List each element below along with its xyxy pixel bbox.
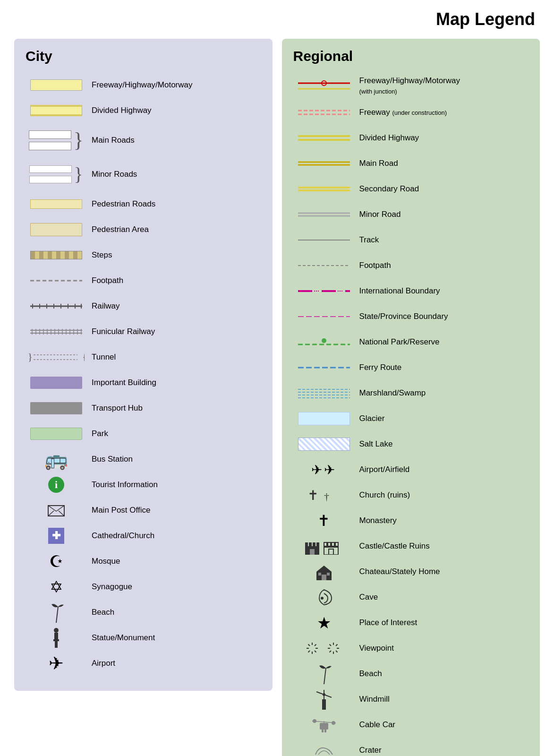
svg-line-104 (324, 668, 326, 684)
list-item: Main Post Office (26, 498, 261, 523)
reg-monastery-symbol: ✝ (293, 512, 355, 530)
tunnel-label: Tunnel (87, 352, 116, 362)
divided-highway-label: Divided Highway (87, 105, 152, 116)
svg-text:}: } (82, 352, 85, 362)
list-item: Pedestrian Area (26, 217, 261, 242)
reg-freeway-construction-symbol (293, 108, 355, 117)
funicular-label: Funicular Railway (87, 326, 155, 337)
list-item: Viewpoint (293, 636, 529, 661)
svg-point-36 (54, 628, 59, 633)
star-icon: ★ (317, 613, 331, 632)
svg-line-95 (308, 644, 310, 646)
svg-text:†: † (324, 490, 329, 502)
svg-point-115 (313, 719, 316, 723)
church-ruins-icon: ✝ † (307, 487, 341, 504)
chateau-icon (315, 563, 333, 580)
svg-line-103 (329, 644, 331, 646)
reg-intl-boundary-label: International Boundary (355, 286, 440, 296)
cathedral-icon: ✚ (48, 528, 64, 544)
list-item: ✡ Synagogue (26, 575, 261, 599)
list-item: Beach (26, 600, 261, 625)
bus-icon: 🚌 (44, 448, 68, 471)
list-item: } Minor Roads (26, 158, 261, 191)
list-item: ✈✈ Airport/Airfield (293, 457, 529, 482)
envelope-icon (47, 504, 65, 517)
reg-cave-symbol (293, 589, 355, 606)
regional-header: Regional (293, 48, 529, 64)
reg-church-symbol: ✝ † (293, 487, 355, 504)
reg-castle-symbol (293, 538, 355, 555)
beach-palm-icon (47, 602, 66, 623)
reg-state-boundary-symbol (293, 314, 355, 319)
windmill-icon (315, 689, 333, 710)
svg-rect-113 (322, 730, 324, 732)
svg-line-101 (329, 651, 331, 653)
cross-icon: ✝ (317, 512, 330, 530)
reg-airport-symbol: ✈✈ (293, 462, 355, 478)
bus-station-symbol: 🚌 (26, 448, 87, 471)
footpath-symbol (26, 278, 87, 283)
reg-chateau-label: Chateau/Stately Home (355, 567, 440, 577)
reg-main-road-label: Main Road (355, 158, 398, 169)
reg-marsh-symbol (293, 387, 355, 400)
svg-line-31 (48, 506, 56, 511)
saltlake-icon (298, 438, 350, 451)
reg-glacier-symbol (293, 412, 355, 425)
main-roads-symbol: } (26, 130, 87, 150)
list-item: Funicular Railway (26, 319, 261, 344)
airplane-icon: ✈ (49, 653, 64, 674)
steps-symbol (26, 251, 87, 259)
castle-icon (305, 538, 343, 555)
list-item: Salt Lake (293, 432, 529, 456)
list-item: Crater (293, 738, 529, 756)
city-header: City (26, 48, 261, 64)
funicular-symbol (26, 328, 87, 335)
reg-main-road-symbol (293, 160, 355, 167)
star-of-david-icon: ✡ (50, 577, 63, 596)
reg-beach-label: Beach (355, 669, 382, 679)
svg-point-61 (322, 338, 326, 343)
cathedral-symbol: ✚ (26, 528, 87, 544)
post-office-symbol (26, 504, 87, 517)
reg-state-boundary-label: State/Province Boundary (355, 311, 448, 322)
pedestrian-area-label: Pedestrian Area (87, 224, 149, 235)
reg-saltlake-label: Salt Lake (355, 439, 393, 449)
viewpoint-icon (305, 640, 343, 657)
reg-freeway-symbol (293, 79, 355, 93)
city-column: City Freeway/Highway/Motorway Divided Hi… (14, 39, 273, 691)
list-item: International Boundary (293, 279, 529, 303)
important-building-symbol (26, 377, 87, 389)
svg-rect-86 (327, 573, 330, 576)
info-icon: i (48, 477, 64, 493)
list-item: Cable Car (293, 713, 529, 737)
crater-icon (314, 743, 334, 756)
list-item: ✝ Monastery (293, 508, 529, 533)
regional-column: Regional Freeway/Highway/Motorway(with j… (282, 39, 540, 756)
list-item: Footpath (26, 268, 261, 293)
svg-rect-37 (54, 633, 58, 639)
svg-line-89 (315, 644, 316, 646)
svg-line-34 (59, 511, 64, 516)
reg-marsh-label: Marshland/Swamp (355, 388, 426, 398)
svg-line-99 (336, 651, 338, 653)
reg-monastery-label: Monastery (355, 515, 397, 526)
list-item: ✝ † Church (ruins) (293, 483, 529, 507)
svg-rect-73 (313, 542, 315, 547)
road-freeway-label: Freeway/Highway/Motorway (87, 80, 193, 90)
list-item: i Tourist Information (26, 472, 261, 497)
list-item: Track (293, 228, 529, 252)
list-item: Important Building (26, 370, 261, 395)
list-item: Beach (293, 662, 529, 686)
svg-text:}: } (28, 352, 33, 362)
main-roads-label: Main Roads (87, 135, 135, 146)
railway-label: Railway (87, 301, 120, 311)
list-item: Secondary Road (293, 177, 529, 201)
reg-star-symbol: ★ (293, 613, 355, 632)
list-item: ✈ Airport (26, 651, 261, 676)
list-item: ☪ Mosque (26, 549, 261, 574)
svg-rect-38 (53, 639, 59, 641)
reg-freeway-construction-label: Freeway (under construction) (355, 107, 447, 118)
reg-national-park-symbol (293, 338, 355, 346)
reg-divided-symbol (293, 133, 355, 143)
airport-city-symbol: ✈ (26, 653, 87, 674)
